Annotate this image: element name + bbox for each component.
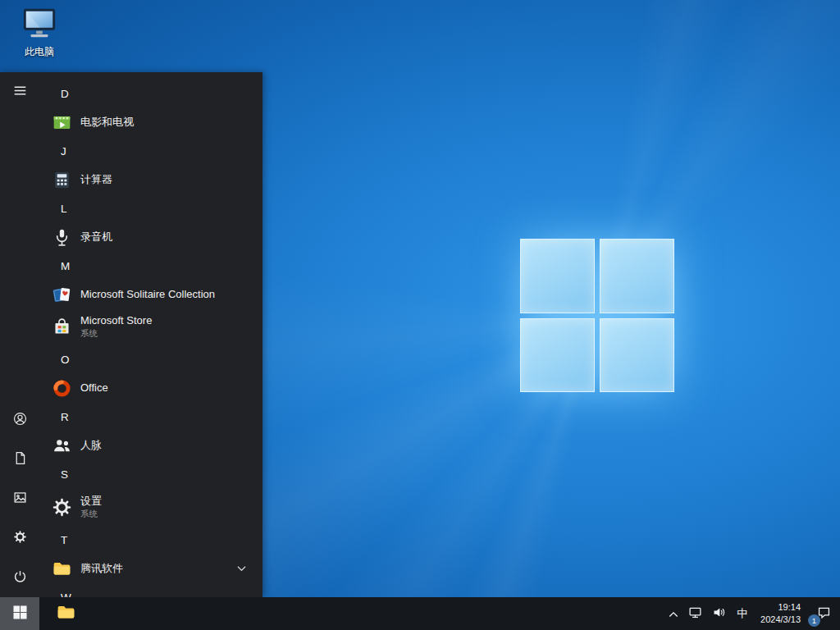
section-letter: R <box>61 411 69 423</box>
app-section-header-T[interactable]: T <box>39 525 262 555</box>
windows-wallpaper-logo <box>520 239 674 392</box>
desktop-icon-label: 此电脑 <box>25 45 54 59</box>
office-icon <box>51 377 72 399</box>
logo-pane <box>600 239 674 313</box>
pictures-icon <box>13 491 27 507</box>
notification-badge: 1 <box>808 614 820 627</box>
app-item[interactable]: Office <box>39 374 262 402</box>
logo-pane <box>520 239 595 313</box>
volume-button[interactable] <box>707 597 731 630</box>
rail-pictures-button[interactable] <box>0 479 39 518</box>
user-icon <box>13 412 27 428</box>
start-menu: D电影和电视J计算器L录音机MMicrosoft Solitaire Colle… <box>0 72 262 597</box>
app-label: Microsoft Store <box>80 315 152 327</box>
app-text: Microsoft Solitaire Collection <box>80 289 215 301</box>
logo-pane <box>520 318 595 393</box>
app-item[interactable]: 电影和电视 <box>39 108 262 136</box>
app-text: 设置系统 <box>80 495 102 518</box>
clock-date: 2024/3/13 <box>760 614 801 626</box>
app-label: Office <box>80 382 108 395</box>
speaker-icon <box>712 605 726 622</box>
app-item[interactable]: Microsoft Store系统 <box>39 308 262 345</box>
app-section-header-S[interactable]: S <box>39 459 262 489</box>
app-item[interactable]: Microsoft Solitaire Collection <box>39 281 262 308</box>
rail-top-group <box>0 72 39 112</box>
power-icon <box>13 569 27 586</box>
app-sublabel: 系统 <box>80 509 102 518</box>
network-button[interactable] <box>683 597 707 630</box>
voice-recorder-icon <box>51 226 72 248</box>
app-item[interactable]: 人脉 <box>39 431 262 459</box>
section-letter: J <box>61 145 66 158</box>
app-label: 录音机 <box>80 231 112 244</box>
app-item[interactable]: 腾讯软件 <box>39 555 262 582</box>
app-text: Microsoft Store系统 <box>80 315 152 338</box>
app-section-header-W[interactable]: W <box>39 582 262 597</box>
app-section-header-O[interactable]: O <box>39 345 262 374</box>
taskbar-clock[interactable]: 19:14 2024/3/13 <box>754 601 807 626</box>
app-label: 设置 <box>80 495 102 508</box>
app-text: 电影和电视 <box>80 116 134 129</box>
calculator-icon <box>51 169 72 190</box>
app-item[interactable]: 设置系统 <box>39 489 262 525</box>
start-menu-rail <box>0 72 39 597</box>
action-center-button[interactable]: 1 <box>807 597 840 630</box>
solitaire-icon <box>51 284 72 305</box>
ime-indicator[interactable]: 中 <box>731 597 754 630</box>
app-section-header-L[interactable]: L <box>39 194 262 223</box>
section-letter: W <box>61 591 71 598</box>
app-text: 腾讯软件 <box>80 563 123 575</box>
rail-documents-button[interactable] <box>0 440 39 479</box>
app-section-header-R[interactable]: R <box>39 402 262 431</box>
section-letter: D <box>61 88 69 100</box>
logo-pane <box>600 318 674 393</box>
desktop: 此电脑 D电影和电视J计算器L录音机MMicrosoft Solitaire C… <box>0 0 840 630</box>
section-letter: O <box>61 354 70 366</box>
app-section-header-M[interactable]: M <box>39 251 262 281</box>
taskbar: 中 19:14 2024/3/13 1 <box>0 597 840 630</box>
system-tray: 中 19:14 2024/3/13 1 <box>664 597 840 630</box>
section-letter: S <box>61 468 68 481</box>
app-sublabel: 系统 <box>80 328 152 338</box>
app-label: 腾讯软件 <box>80 563 123 575</box>
rail-power-button[interactable] <box>0 558 39 597</box>
windows-logo-icon <box>13 605 27 622</box>
app-section-header-J[interactable]: J <box>39 136 262 166</box>
app-text: 人脉 <box>80 440 102 452</box>
app-text: Office <box>80 382 108 395</box>
hamburger-icon <box>13 84 27 100</box>
desktop-icon-this-pc[interactable]: 此电脑 <box>7 7 72 59</box>
chevron-down-icon <box>237 565 246 572</box>
section-letter: T <box>61 534 67 546</box>
document-icon <box>13 451 27 468</box>
app-text: 录音机 <box>80 231 112 244</box>
folder-icon <box>51 558 72 579</box>
hidden-icons-button[interactable] <box>664 597 683 630</box>
movies-tv-icon <box>51 112 72 133</box>
rail-menu-button[interactable] <box>0 72 39 112</box>
network-icon <box>688 605 702 622</box>
app-item[interactable]: 计算器 <box>39 166 262 194</box>
folder-icon <box>56 602 76 625</box>
settings-icon <box>51 496 72 518</box>
app-label: Microsoft Solitaire Collection <box>80 289 215 301</box>
gear-icon <box>13 530 27 546</box>
start-menu-app-list: D电影和电视J计算器L录音机MMicrosoft Solitaire Colle… <box>39 72 262 597</box>
app-item[interactable]: 录音机 <box>39 223 262 251</box>
app-label: 计算器 <box>80 174 112 186</box>
rail-settings-button[interactable] <box>0 518 39 558</box>
rail-bottom-group <box>0 400 39 597</box>
clock-time: 19:14 <box>778 601 801 614</box>
file-explorer-button[interactable] <box>48 597 84 630</box>
rail-account-button[interactable] <box>0 400 39 440</box>
app-text: 计算器 <box>80 174 112 186</box>
app-label: 人脉 <box>80 440 102 452</box>
section-letter: M <box>61 260 70 272</box>
section-letter: L <box>61 203 67 215</box>
app-section-header-D[interactable]: D <box>39 79 262 108</box>
people-icon <box>51 435 72 456</box>
app-label: 电影和电视 <box>80 116 134 129</box>
this-pc-icon <box>21 7 58 44</box>
start-button[interactable] <box>0 597 39 630</box>
chevron-up-icon <box>669 608 678 620</box>
